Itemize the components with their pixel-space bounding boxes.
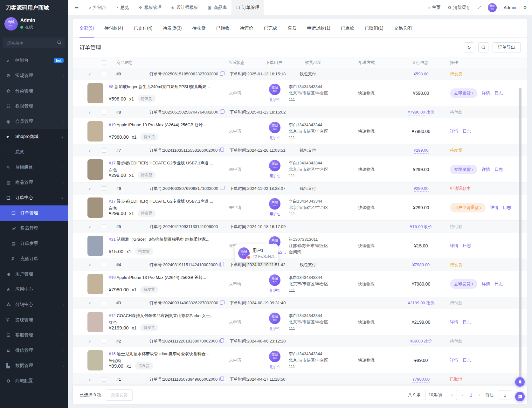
- tab-canceled[interactable]: 已取消(1): [365, 19, 383, 37]
- log-link[interactable]: 日志: [463, 128, 471, 134]
- buyer[interactable]: 商城 · B2C · 用户1: [262, 313, 287, 332]
- avatar[interactable]: 商城 · B2C ·: [4, 17, 18, 31]
- sidebar-item-app-center[interactable]: ★应用中心: [0, 282, 68, 297]
- price-change-link[interactable]: 改价: [426, 110, 434, 114]
- log-link[interactable]: 日志: [494, 167, 503, 172]
- price-change-link[interactable]: 改价: [426, 301, 434, 305]
- buyer-name[interactable]: 用户1: [262, 211, 287, 217]
- row-checkbox[interactable]: [102, 301, 106, 305]
- order-total[interactable]: ¥598.00: [396, 68, 446, 80]
- buyer-name[interactable]: 用户1: [262, 135, 287, 141]
- product-title[interactable]: 新加坡hegen新生儿240ml宽口奶瓶PPSU婴儿断奶...: [114, 84, 210, 89]
- sidebar-item-data[interactable]: ▙数据管理‹: [0, 358, 68, 373]
- expand-chevron-icon[interactable]: ∨: [88, 68, 91, 80]
- sidebar-item-order-manage[interactable]: ❏订单管理: [0, 205, 68, 221]
- buyer-name[interactable]: 用户1: [262, 173, 287, 179]
- expand-chevron-icon[interactable]: ∨: [88, 221, 91, 233]
- product-title[interactable]: 洁丽雅（Grace）3条抗菌新疆棉毛巾 纯棉柔软家...: [117, 237, 209, 242]
- sidebar-item-withdraw[interactable]: ¥提现管理: [0, 312, 68, 328]
- product-title[interactable]: 迪士尼儿童水杯带吸管 tritan夏季可爱双饮塑料壶...: [117, 351, 209, 356]
- nav-item-order-manage[interactable]: ❏订单管理: [231, 0, 264, 15]
- sidebar-item-goods[interactable]: ▤商品管理‹: [0, 175, 68, 190]
- log-link[interactable]: 日志: [494, 90, 503, 96]
- row-checkbox[interactable]: [102, 377, 106, 382]
- ship-now-button[interactable]: 立即发货 ›: [450, 279, 477, 289]
- row-checkbox[interactable]: [102, 339, 106, 343]
- ship-now-button[interactable]: 立即发货 ›: [450, 165, 477, 174]
- vertical-scrollbar[interactable]: [519, 88, 522, 402]
- fullscreen-button[interactable]: ⤢: [477, 5, 480, 10]
- product-image[interactable]: [87, 350, 103, 370]
- detail-link[interactable]: 详情: [490, 205, 498, 211]
- log-link[interactable]: 日志: [503, 205, 511, 211]
- copy-icon[interactable]: [220, 72, 223, 76]
- order-total[interactable]: ¥2199.00改价: [396, 297, 446, 309]
- tab-all[interactable]: 全部(9): [79, 19, 94, 37]
- copy-icon[interactable]: [219, 149, 222, 152]
- next-page-button[interactable]: ›: [478, 392, 481, 398]
- buyer-name[interactable]: 用户1: [262, 364, 287, 370]
- sidebar-item-user[interactable]: ☻用户管理: [0, 266, 68, 282]
- tab-rejected[interactable]: 已拒收: [216, 19, 230, 37]
- detail-link[interactable]: 详情: [450, 357, 458, 363]
- buyer-avatar[interactable]: 商城 · B2C ·: [269, 122, 280, 133]
- buyer-avatar[interactable]: 商城 · B2C ·: [269, 198, 280, 210]
- sidebar-item-aftersale[interactable]: ☍售后管理: [0, 221, 68, 236]
- buyer-name[interactable]: 用户1: [262, 288, 287, 294]
- copy-icon[interactable]: [219, 339, 222, 343]
- order-total[interactable]: ¥299.00: [396, 144, 446, 156]
- tab-refunded[interactable]: 已退款: [341, 19, 354, 37]
- tab-to-review[interactable]: 待评价: [240, 19, 253, 37]
- buyer[interactable]: 商城 · B2C · 用户1: [262, 84, 287, 103]
- buyer-avatar[interactable]: 商城 · B2C ·: [269, 84, 280, 95]
- tab-completed[interactable]: 已完成: [264, 19, 277, 37]
- sidebar-item-config[interactable]: ⚙商城配置: [0, 373, 68, 389]
- buyer[interactable]: 商城 · B2C · 用户1: [262, 198, 287, 217]
- buyer[interactable]: 商城 · B2C · 用户1: [262, 160, 287, 179]
- copy-icon[interactable]: [219, 377, 222, 381]
- copy-icon[interactable]: [220, 187, 223, 190]
- order-total[interactable]: ¥7980.00改价: [396, 106, 446, 118]
- log-link[interactable]: 日志: [463, 243, 471, 249]
- nav-item-template[interactable]: ❖模板管理: [134, 0, 167, 15]
- sidebar-item-category[interactable]: ✿分类管理: [0, 83, 68, 99]
- order-total-price[interactable]: ¥7980.00: [408, 110, 425, 115]
- row-checkbox[interactable]: [102, 148, 106, 153]
- product-image[interactable]: [87, 83, 103, 103]
- admin-avatar[interactable]: 商城 · B2C ·: [488, 3, 497, 12]
- order-total[interactable]: ¥7980.00: [396, 373, 446, 385]
- tab-paid[interactable]: 已支付(4): [134, 19, 152, 37]
- nav-item-goods-lib[interactable]: ▣商品库: [203, 0, 231, 15]
- product-title[interactable]: Apple iPhone 13 Pro Max (A2644) 256GB 苍岭…: [117, 275, 206, 280]
- expand-chevron-icon[interactable]: ∨: [88, 259, 91, 271]
- product-image[interactable]: [87, 121, 103, 142]
- buyer-avatar[interactable]: 商城 · B2C ·: [269, 351, 280, 362]
- settings-button[interactable]: ⚙: [523, 5, 527, 10]
- order-total-price[interactable]: ¥299.00: [414, 148, 429, 154]
- nav-item-overview[interactable]: ◔总览: [111, 0, 134, 15]
- row-checkbox[interactable]: [102, 72, 106, 76]
- row-checkbox[interactable]: [102, 186, 106, 191]
- tab-to-receive[interactable]: 待收货: [192, 19, 206, 37]
- buyer-name[interactable]: 用户1: [262, 97, 287, 103]
- detail-link[interactable]: 详情: [482, 90, 490, 96]
- order-total-price[interactable]: ¥598.00: [414, 72, 429, 77]
- detail-link[interactable]: 详情: [450, 319, 458, 325]
- prev-page-button[interactable]: ‹: [461, 392, 464, 398]
- order-total-price[interactable]: ¥2199.00: [408, 301, 425, 306]
- log-link[interactable]: 日志: [463, 357, 471, 363]
- detail-link[interactable]: 详情: [450, 128, 458, 134]
- buyer-avatar[interactable]: 商城 · B2C ·: [269, 274, 280, 286]
- expand-chevron-icon[interactable]: ∨: [88, 297, 91, 309]
- page-size-select[interactable]: 10条/页 ∨: [425, 390, 457, 400]
- batch-ship-button[interactable]: 批量发货: [106, 389, 133, 401]
- copy-icon[interactable]: [220, 110, 223, 114]
- export-orders-button[interactable]: 订单导出: [493, 42, 521, 52]
- sidebar-item-distribution[interactable]: ⁂分销中心‹: [0, 297, 68, 312]
- price-change-link[interactable]: 改价: [424, 339, 432, 343]
- sidebar-item-overview[interactable]: ◔总览: [0, 144, 68, 160]
- product-id-link[interactable]: #16: [109, 351, 116, 356]
- row-checkbox[interactable]: [102, 110, 106, 114]
- product-id-link[interactable]: #19: [109, 122, 116, 127]
- row-checkbox[interactable]: [102, 263, 106, 267]
